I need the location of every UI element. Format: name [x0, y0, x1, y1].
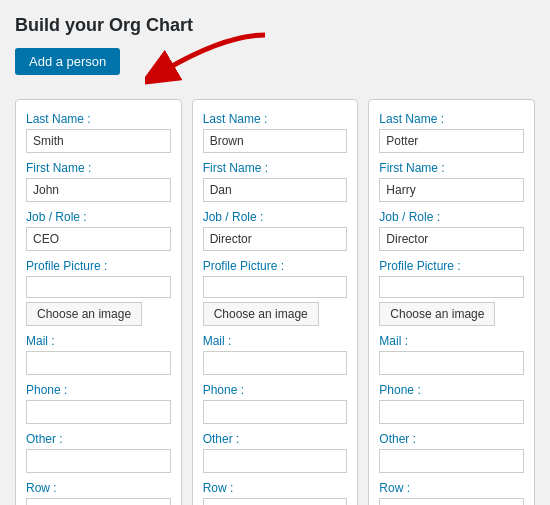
first-name-input-2[interactable] — [203, 178, 348, 202]
page-title: Build your Org Chart — [15, 15, 535, 36]
first-name-label-3: First Name : — [379, 161, 524, 175]
last-name-input-3[interactable] — [379, 129, 524, 153]
last-name-label-1: Last Name : — [26, 112, 171, 126]
other-label-2: Other : — [203, 432, 348, 446]
phone-input-3[interactable] — [379, 400, 524, 424]
profile-label-1: Profile Picture : — [26, 259, 171, 273]
row-input-2[interactable] — [203, 498, 348, 505]
row-input-1[interactable] — [26, 498, 171, 505]
mail-input-3[interactable] — [379, 351, 524, 375]
other-label-1: Other : — [26, 432, 171, 446]
phone-input-1[interactable] — [26, 400, 171, 424]
profile-label-3: Profile Picture : — [379, 259, 524, 273]
job-input-1[interactable] — [26, 227, 171, 251]
cards-container: Last Name : First Name : Job / Role : Pr… — [15, 99, 535, 505]
phone-label-1: Phone : — [26, 383, 171, 397]
profile-picture-input-3[interactable] — [379, 276, 524, 298]
phone-label-3: Phone : — [379, 383, 524, 397]
choose-image-button-1[interactable]: Choose an image — [26, 302, 142, 326]
mail-label-3: Mail : — [379, 334, 524, 348]
profile-picture-input-2[interactable] — [203, 276, 348, 298]
last-name-input-2[interactable] — [203, 129, 348, 153]
mail-label-1: Mail : — [26, 334, 171, 348]
mail-input-1[interactable] — [26, 351, 171, 375]
first-name-label-2: First Name : — [203, 161, 348, 175]
other-label-3: Other : — [379, 432, 524, 446]
last-name-label-3: Last Name : — [379, 112, 524, 126]
add-person-button[interactable]: Add a person — [15, 48, 120, 75]
row-label-2: Row : — [203, 481, 348, 495]
row-label-3: Row : — [379, 481, 524, 495]
first-name-label-1: First Name : — [26, 161, 171, 175]
choose-image-button-3[interactable]: Choose an image — [379, 302, 495, 326]
person-card-1: Last Name : First Name : Job / Role : Pr… — [15, 99, 182, 505]
first-name-input-3[interactable] — [379, 178, 524, 202]
job-label-1: Job / Role : — [26, 210, 171, 224]
first-name-input-1[interactable] — [26, 178, 171, 202]
person-card-3: Last Name : First Name : Job / Role : Pr… — [368, 99, 535, 505]
phone-input-2[interactable] — [203, 400, 348, 424]
mail-input-2[interactable] — [203, 351, 348, 375]
other-input-2[interactable] — [203, 449, 348, 473]
person-card-2: Last Name : First Name : Job / Role : Pr… — [192, 99, 359, 505]
row-label-1: Row : — [26, 481, 171, 495]
phone-label-2: Phone : — [203, 383, 348, 397]
choose-image-button-2[interactable]: Choose an image — [203, 302, 319, 326]
job-label-2: Job / Role : — [203, 210, 348, 224]
job-input-3[interactable] — [379, 227, 524, 251]
last-name-input-1[interactable] — [26, 129, 171, 153]
row-input-3[interactable] — [379, 498, 524, 505]
other-input-1[interactable] — [26, 449, 171, 473]
job-input-2[interactable] — [203, 227, 348, 251]
profile-picture-input-1[interactable] — [26, 276, 171, 298]
mail-label-2: Mail : — [203, 334, 348, 348]
job-label-3: Job / Role : — [379, 210, 524, 224]
profile-label-2: Profile Picture : — [203, 259, 348, 273]
last-name-label-2: Last Name : — [203, 112, 348, 126]
arrow-icon — [145, 30, 275, 90]
other-input-3[interactable] — [379, 449, 524, 473]
